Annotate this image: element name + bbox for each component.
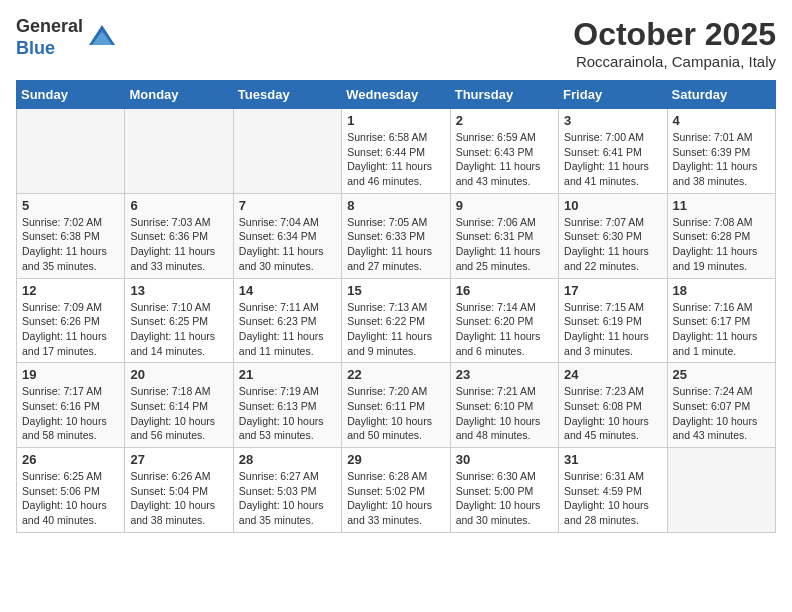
calendar-cell: 8Sunrise: 7:05 AM Sunset: 6:33 PM Daylig… [342,193,450,278]
day-number: 30 [456,452,553,467]
calendar-cell: 16Sunrise: 7:14 AM Sunset: 6:20 PM Dayli… [450,278,558,363]
day-info: Sunrise: 6:58 AM Sunset: 6:44 PM Dayligh… [347,130,444,189]
day-info: Sunrise: 7:13 AM Sunset: 6:22 PM Dayligh… [347,300,444,359]
day-number: 24 [564,367,661,382]
location-text: Roccarainola, Campania, Italy [573,53,776,70]
day-number: 26 [22,452,119,467]
day-info: Sunrise: 7:19 AM Sunset: 6:13 PM Dayligh… [239,384,336,443]
calendar-table: SundayMondayTuesdayWednesdayThursdayFrid… [16,80,776,533]
calendar-cell: 2Sunrise: 6:59 AM Sunset: 6:43 PM Daylig… [450,109,558,194]
day-info: Sunrise: 7:08 AM Sunset: 6:28 PM Dayligh… [673,215,770,274]
day-info: Sunrise: 7:16 AM Sunset: 6:17 PM Dayligh… [673,300,770,359]
day-number: 17 [564,283,661,298]
calendar-cell: 6Sunrise: 7:03 AM Sunset: 6:36 PM Daylig… [125,193,233,278]
day-number: 18 [673,283,770,298]
day-of-week-header: Friday [559,81,667,109]
day-of-week-header: Saturday [667,81,775,109]
day-info: Sunrise: 7:02 AM Sunset: 6:38 PM Dayligh… [22,215,119,274]
day-number: 14 [239,283,336,298]
calendar-cell: 21Sunrise: 7:19 AM Sunset: 6:13 PM Dayli… [233,363,341,448]
calendar-cell: 26Sunrise: 6:25 AM Sunset: 5:06 PM Dayli… [17,448,125,533]
day-info: Sunrise: 7:20 AM Sunset: 6:11 PM Dayligh… [347,384,444,443]
day-info: Sunrise: 7:03 AM Sunset: 6:36 PM Dayligh… [130,215,227,274]
day-of-week-header: Wednesday [342,81,450,109]
calendar-cell: 14Sunrise: 7:11 AM Sunset: 6:23 PM Dayli… [233,278,341,363]
day-number: 6 [130,198,227,213]
calendar-cell: 20Sunrise: 7:18 AM Sunset: 6:14 PM Dayli… [125,363,233,448]
day-number: 15 [347,283,444,298]
calendar-cell: 23Sunrise: 7:21 AM Sunset: 6:10 PM Dayli… [450,363,558,448]
calendar-header-row: SundayMondayTuesdayWednesdayThursdayFrid… [17,81,776,109]
day-info: Sunrise: 7:09 AM Sunset: 6:26 PM Dayligh… [22,300,119,359]
calendar-cell: 22Sunrise: 7:20 AM Sunset: 6:11 PM Dayli… [342,363,450,448]
day-info: Sunrise: 7:00 AM Sunset: 6:41 PM Dayligh… [564,130,661,189]
calendar-cell: 3Sunrise: 7:00 AM Sunset: 6:41 PM Daylig… [559,109,667,194]
day-of-week-header: Thursday [450,81,558,109]
calendar-cell: 11Sunrise: 7:08 AM Sunset: 6:28 PM Dayli… [667,193,775,278]
day-info: Sunrise: 6:59 AM Sunset: 6:43 PM Dayligh… [456,130,553,189]
day-number: 8 [347,198,444,213]
day-number: 9 [456,198,553,213]
calendar-week-row: 26Sunrise: 6:25 AM Sunset: 5:06 PM Dayli… [17,448,776,533]
day-info: Sunrise: 7:17 AM Sunset: 6:16 PM Dayligh… [22,384,119,443]
day-info: Sunrise: 7:21 AM Sunset: 6:10 PM Dayligh… [456,384,553,443]
calendar-cell: 17Sunrise: 7:15 AM Sunset: 6:19 PM Dayli… [559,278,667,363]
day-number: 21 [239,367,336,382]
day-info: Sunrise: 6:30 AM Sunset: 5:00 PM Dayligh… [456,469,553,528]
calendar-week-row: 1Sunrise: 6:58 AM Sunset: 6:44 PM Daylig… [17,109,776,194]
day-info: Sunrise: 7:05 AM Sunset: 6:33 PM Dayligh… [347,215,444,274]
calendar-cell: 30Sunrise: 6:30 AM Sunset: 5:00 PM Dayli… [450,448,558,533]
day-info: Sunrise: 7:01 AM Sunset: 6:39 PM Dayligh… [673,130,770,189]
day-number: 19 [22,367,119,382]
calendar-cell: 7Sunrise: 7:04 AM Sunset: 6:34 PM Daylig… [233,193,341,278]
day-info: Sunrise: 7:14 AM Sunset: 6:20 PM Dayligh… [456,300,553,359]
calendar-cell: 1Sunrise: 6:58 AM Sunset: 6:44 PM Daylig… [342,109,450,194]
month-title: October 2025 [573,16,776,53]
day-number: 29 [347,452,444,467]
calendar-cell [125,109,233,194]
day-info: Sunrise: 7:07 AM Sunset: 6:30 PM Dayligh… [564,215,661,274]
calendar-cell [17,109,125,194]
logo-blue-text: Blue [16,38,83,60]
day-number: 28 [239,452,336,467]
day-of-week-header: Monday [125,81,233,109]
day-info: Sunrise: 7:10 AM Sunset: 6:25 PM Dayligh… [130,300,227,359]
calendar-cell: 31Sunrise: 6:31 AM Sunset: 4:59 PM Dayli… [559,448,667,533]
calendar-cell: 5Sunrise: 7:02 AM Sunset: 6:38 PM Daylig… [17,193,125,278]
day-number: 2 [456,113,553,128]
day-number: 3 [564,113,661,128]
logo: General Blue [16,16,117,59]
day-info: Sunrise: 7:23 AM Sunset: 6:08 PM Dayligh… [564,384,661,443]
calendar-cell: 28Sunrise: 6:27 AM Sunset: 5:03 PM Dayli… [233,448,341,533]
day-info: Sunrise: 6:26 AM Sunset: 5:04 PM Dayligh… [130,469,227,528]
day-info: Sunrise: 7:18 AM Sunset: 6:14 PM Dayligh… [130,384,227,443]
day-number: 1 [347,113,444,128]
calendar-cell: 12Sunrise: 7:09 AM Sunset: 6:26 PM Dayli… [17,278,125,363]
day-number: 22 [347,367,444,382]
calendar-cell: 15Sunrise: 7:13 AM Sunset: 6:22 PM Dayli… [342,278,450,363]
page-header: General Blue October 2025 Roccarainola, … [16,16,776,70]
day-number: 5 [22,198,119,213]
calendar-cell [667,448,775,533]
title-section: October 2025 Roccarainola, Campania, Ita… [573,16,776,70]
calendar-cell: 19Sunrise: 7:17 AM Sunset: 6:16 PM Dayli… [17,363,125,448]
calendar-cell: 10Sunrise: 7:07 AM Sunset: 6:30 PM Dayli… [559,193,667,278]
calendar-cell: 4Sunrise: 7:01 AM Sunset: 6:39 PM Daylig… [667,109,775,194]
calendar-week-row: 5Sunrise: 7:02 AM Sunset: 6:38 PM Daylig… [17,193,776,278]
calendar-week-row: 12Sunrise: 7:09 AM Sunset: 6:26 PM Dayli… [17,278,776,363]
logo-icon [87,23,117,53]
day-of-week-header: Sunday [17,81,125,109]
calendar-cell: 25Sunrise: 7:24 AM Sunset: 6:07 PM Dayli… [667,363,775,448]
day-number: 7 [239,198,336,213]
calendar-cell: 13Sunrise: 7:10 AM Sunset: 6:25 PM Dayli… [125,278,233,363]
day-info: Sunrise: 6:27 AM Sunset: 5:03 PM Dayligh… [239,469,336,528]
day-number: 12 [22,283,119,298]
calendar-cell: 27Sunrise: 6:26 AM Sunset: 5:04 PM Dayli… [125,448,233,533]
calendar-cell: 18Sunrise: 7:16 AM Sunset: 6:17 PM Dayli… [667,278,775,363]
day-number: 16 [456,283,553,298]
calendar-cell: 9Sunrise: 7:06 AM Sunset: 6:31 PM Daylig… [450,193,558,278]
day-info: Sunrise: 6:31 AM Sunset: 4:59 PM Dayligh… [564,469,661,528]
calendar-cell [233,109,341,194]
day-number: 31 [564,452,661,467]
day-number: 20 [130,367,227,382]
